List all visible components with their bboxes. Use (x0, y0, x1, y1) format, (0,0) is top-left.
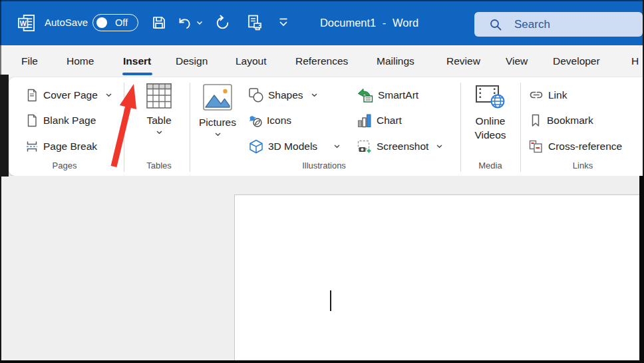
chevron-down-icon (334, 145, 340, 149)
ribbon-button-label: Pictures (199, 116, 236, 129)
online-videos-icon (475, 84, 506, 112)
shapes-icon (249, 88, 263, 103)
group-label-pages: Pages (25, 160, 104, 172)
ribbon-button-cover-page[interactable]: Cover Page (25, 86, 112, 104)
tab-mailings[interactable]: Mailings (377, 45, 414, 77)
redo-button[interactable] (214, 15, 231, 31)
active-tab-indicator (122, 73, 152, 75)
quick-access-chevron-icon[interactable] (277, 17, 290, 28)
group-label-illustrations: Illustrations (192, 160, 456, 172)
ribbon-button-label: Online (476, 115, 506, 127)
ribbon-button-blank-page[interactable]: Blank Page (25, 111, 96, 129)
tab-references[interactable]: References (295, 45, 348, 77)
svg-text:W: W (20, 19, 27, 27)
ribbon-button-icons[interactable]: Icons (249, 111, 291, 129)
ribbon-button-label: Table (146, 114, 171, 127)
ribbon-button-link[interactable]: Link (529, 86, 567, 104)
chevron-down-icon (311, 93, 317, 97)
ribbon-button-label: Link (548, 89, 567, 101)
tab-view[interactable]: View (506, 45, 528, 77)
ribbon-button-bookmark[interactable]: Bookmark (529, 111, 593, 129)
ribbon-button-page-break[interactable]: Page Break (25, 137, 97, 155)
tab-layout[interactable]: Layout (236, 45, 267, 77)
ribbon-button-label: Blank Page (43, 115, 96, 127)
ribbon-button-chart[interactable]: Chart (357, 111, 402, 129)
document-title: Document1 - Word (303, 0, 436, 45)
ribbon-button-label: Page Break (43, 141, 97, 153)
link-icon (529, 89, 544, 102)
capture-edge (0, 0, 644, 1)
search-input[interactable]: Search (474, 12, 643, 37)
toggle-knob (96, 17, 107, 28)
ribbon-button-table[interactable]: Table (127, 83, 191, 135)
group-separator (190, 83, 190, 172)
word-window: W AutoSave Off (0, 0, 644, 363)
cover-page-icon (25, 89, 39, 102)
capture-edge (639, 176, 644, 363)
pictures-icon (203, 84, 232, 113)
group-separator (520, 83, 521, 172)
bookmark-icon (529, 114, 542, 127)
group-label-media: Media (465, 160, 516, 172)
tab-design[interactable]: Design (176, 45, 208, 77)
ribbon-button-label: Cover Page (43, 89, 98, 101)
ribbon-button-label: Videos (474, 129, 506, 141)
capture-edge (0, 176, 1, 363)
document-workspace (1, 176, 644, 363)
page-break-icon (25, 140, 39, 153)
ribbon-button-label: Shapes (268, 89, 303, 101)
ribbon-button-screenshot[interactable]: Screenshot (357, 137, 442, 155)
3d-models-icon (249, 139, 263, 154)
word-logo-icon: W (17, 13, 37, 33)
ribbon-button-cross-reference[interactable]: Cross-reference (529, 137, 622, 155)
document-page[interactable] (234, 194, 644, 363)
ribbon-button-3d-models[interactable]: 3D Models (249, 137, 340, 155)
ribbon-button-label: SmartArt (378, 89, 418, 101)
ribbon-button-smartart[interactable]: SmartArt (357, 86, 418, 104)
chevron-down-icon (436, 145, 442, 149)
chevron-down-icon (215, 133, 221, 137)
group-separator (460, 83, 461, 172)
tab-help-partial[interactable]: H (631, 45, 639, 77)
tab-file[interactable]: File (21, 45, 38, 77)
ribbon-button-label: Chart (377, 115, 402, 127)
autosave-toggle[interactable]: Off (92, 14, 138, 31)
autosave-state: Off (115, 15, 128, 30)
tab-home[interactable]: Home (67, 45, 94, 77)
icons-icon (249, 114, 262, 127)
ribbon-button-online-videos[interactable]: Online Videos (465, 84, 516, 141)
tab-developer[interactable]: Developer (553, 45, 600, 77)
undo-button[interactable] (176, 15, 203, 31)
blank-page-icon (25, 114, 39, 127)
text-cursor (330, 290, 331, 311)
print-preview-button[interactable] (245, 14, 263, 31)
ribbon-button-label: Bookmark (547, 115, 593, 127)
save-button[interactable] (151, 15, 167, 31)
group-label-links: Links (529, 160, 637, 172)
search-placeholder: Search (514, 18, 550, 31)
chart-icon (357, 113, 372, 128)
group-label-tables: Tables (127, 160, 191, 172)
smartart-icon (357, 88, 373, 103)
table-icon (146, 83, 172, 111)
ribbon-button-label: 3D Models (268, 141, 317, 153)
ribbon-button-label: Cross-reference (548, 141, 622, 153)
title-bar: W AutoSave Off (0, 0, 644, 45)
ribbon: Cover Page Blank Page Pa (9, 77, 644, 176)
search-icon (488, 17, 503, 32)
chevron-down-icon (106, 93, 112, 97)
ribbon-tab-bar: File Home Insert Design Layout Reference… (0, 45, 644, 77)
screenshot-icon (357, 140, 372, 153)
chevron-down-icon (156, 131, 162, 135)
ribbon-button-label: Icons (267, 115, 291, 127)
capture-edge (0, 0, 1, 75)
chevron-down-icon[interactable] (196, 21, 203, 25)
tab-review[interactable]: Review (446, 45, 480, 77)
ribbon-button-pictures[interactable]: Pictures (192, 84, 243, 137)
capture-edge (0, 360, 644, 363)
group-separator (124, 83, 124, 172)
ribbon-button-shapes[interactable]: Shapes (249, 86, 317, 104)
ribbon-button-label: Screenshot (377, 141, 428, 153)
cross-reference-icon (529, 140, 544, 153)
capture-edge (0, 75, 9, 177)
